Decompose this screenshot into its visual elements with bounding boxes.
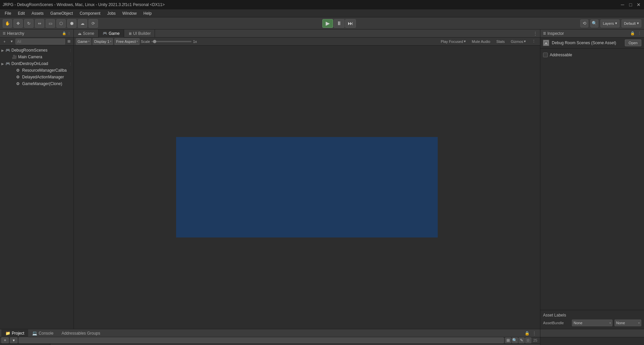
view-btn-2[interactable]: 🔍 bbox=[512, 337, 518, 343]
menu-component[interactable]: Component bbox=[76, 10, 104, 16]
tab-uibuilder[interactable]: 🖥 UI Builder bbox=[124, 29, 155, 38]
toolbar-rect-tool[interactable]: ▭ bbox=[46, 19, 55, 28]
hierarchy-search-btn[interactable]: ⊞ bbox=[66, 39, 72, 45]
asset-icon bbox=[543, 40, 549, 46]
menu-help[interactable]: Help bbox=[140, 10, 155, 16]
open-button[interactable]: Open bbox=[625, 40, 641, 46]
inspector-header: ☰ Inspector 🔒 ⋮ bbox=[540, 29, 644, 38]
close-button[interactable]: ✕ bbox=[636, 2, 641, 7]
project-lock-icon[interactable]: 🔒 bbox=[524, 330, 530, 336]
addressables-tab-label: Addressables Groups bbox=[61, 331, 100, 336]
tab-game-label: Game bbox=[109, 31, 120, 36]
toolbar-move-tool[interactable]: ✥ bbox=[13, 19, 23, 28]
project-panel: 📁 Project 💻 Console Addressables Groups … bbox=[0, 329, 540, 345]
item-label: DebugRoomScenes bbox=[11, 48, 47, 53]
toolbar-scale-tool[interactable]: ⇔ bbox=[35, 19, 44, 28]
tab-console[interactable]: 💻 Console bbox=[28, 329, 57, 337]
item-more-icon[interactable]: ⋮ bbox=[69, 49, 72, 52]
count-badge: 25 bbox=[532, 337, 539, 343]
hierarchy-add-btn[interactable]: + bbox=[1, 39, 8, 45]
toolbar-hand-tool[interactable]: ✋ bbox=[3, 19, 12, 28]
history-button[interactable]: ⟲ bbox=[580, 19, 588, 27]
hierarchy-more-icon[interactable]: ⋮ bbox=[67, 31, 71, 35]
gameobj-icon: 🎮 bbox=[5, 61, 11, 66]
bundle-label: AssetBundle bbox=[543, 321, 570, 325]
game-label: Game bbox=[77, 40, 88, 44]
hierarchy-lock-icon[interactable]: 🔒 bbox=[62, 31, 66, 35]
tab-addressables[interactable]: Addressables Groups bbox=[57, 329, 104, 337]
view-btn-1[interactable]: ⊞ bbox=[505, 337, 511, 343]
toolbar-collab[interactable]: ⟳ bbox=[89, 19, 98, 28]
scale-slider[interactable] bbox=[151, 41, 192, 42]
menu-edit[interactable]: Edit bbox=[14, 10, 28, 16]
menu-window[interactable]: Window bbox=[119, 10, 140, 16]
tabs-bar: ⛰ Scene 🎮 Game 🖥 UI Builder ⋮ bbox=[74, 29, 540, 38]
tab-game[interactable]: 🎮 Game bbox=[99, 29, 124, 38]
step-button[interactable]: ⏭ bbox=[345, 19, 356, 28]
view-btn-4[interactable]: ☆ bbox=[525, 337, 531, 343]
default-layout-dropdown[interactable]: Default ▾ bbox=[622, 19, 641, 27]
asset-labels-title: Asset Labels bbox=[543, 313, 641, 318]
hierarchy-item-debugroomscenes[interactable]: ▶ 🎮 DebugRoomScenes ⋮ bbox=[0, 47, 73, 54]
play-button[interactable]: ▶ bbox=[322, 19, 333, 28]
scale-label: Scale bbox=[141, 40, 150, 44]
dropdown-arrow: ▾ bbox=[524, 39, 526, 44]
aspect-dropdown[interactable]: Free Aspect ▾ bbox=[114, 38, 140, 45]
component-icon: ⚙ bbox=[16, 81, 21, 86]
project-add-btn[interactable]: + bbox=[1, 337, 9, 343]
hierarchy-item-maincamera[interactable]: 🎥 Main Camera bbox=[0, 54, 73, 60]
hierarchy-item-delayedaction[interactable]: ⚙ DelayedActionManager bbox=[0, 74, 73, 80]
toolbar-custom-tool[interactable]: ⬢ bbox=[67, 19, 76, 28]
hierarchy-search[interactable] bbox=[15, 39, 65, 45]
toolbar-rotate-tool[interactable]: ↻ bbox=[24, 19, 34, 28]
play-focused-btn[interactable]: Play Focused ▾ bbox=[438, 38, 468, 45]
item-more-icon[interactable]: ⋮ bbox=[69, 62, 72, 66]
toolbar-cloud[interactable]: ☁ bbox=[78, 19, 87, 28]
inspector-title: Inspector bbox=[547, 31, 629, 36]
gizmos-btn[interactable]: Gizmos ▾ bbox=[508, 38, 528, 45]
pause-button[interactable]: ⏸ bbox=[334, 19, 344, 28]
menu-jobs[interactable]: Jobs bbox=[104, 10, 119, 16]
menu-assets[interactable]: Assets bbox=[28, 10, 47, 16]
project-tab-label: Project bbox=[12, 331, 24, 336]
minimize-button[interactable]: ─ bbox=[620, 2, 625, 7]
tab-project[interactable]: 📁 Project bbox=[1, 329, 28, 337]
scene-tab-icon: ⛰ bbox=[78, 31, 82, 36]
asset-title: Debug Room Scenes (Scene Asset) bbox=[552, 41, 622, 45]
game-display-dropdown[interactable]: Game ▾ bbox=[76, 38, 91, 45]
maximize-button[interactable]: □ bbox=[628, 2, 633, 7]
project-expand-btn[interactable]: ▾ bbox=[10, 337, 17, 343]
menu-gameobject[interactable]: GameObject bbox=[47, 10, 76, 16]
layers-dropdown[interactable]: Layers ▾ bbox=[600, 19, 620, 27]
game-more-btn[interactable]: ⋮ bbox=[530, 38, 538, 45]
inspector-more-icon[interactable]: ⋮ bbox=[638, 31, 641, 36]
dropdown-arrow: ▾ bbox=[110, 40, 111, 43]
hierarchy-dropdown-btn[interactable]: ▾ bbox=[8, 39, 15, 45]
scale-dot bbox=[153, 40, 156, 43]
tab-more-icon[interactable]: ⋮ bbox=[531, 31, 540, 36]
toolbar-transform-tool[interactable]: ⬡ bbox=[56, 19, 66, 28]
project-toolbar: + ▾ ⊞ 🔍 ✎ ☆ 25 bbox=[0, 337, 540, 344]
search-icon[interactable]: 🔍 bbox=[590, 19, 598, 27]
tab-scene[interactable]: ⛰ Scene bbox=[74, 29, 99, 38]
view-btn-3[interactable]: ✎ bbox=[519, 337, 525, 343]
hierarchy-item-dontdestroyonload[interactable]: ▶ 🎮 DontDestroyOnLoad ⋮ bbox=[0, 60, 73, 67]
tab-scene-label: Scene bbox=[83, 31, 94, 36]
display-dropdown[interactable]: Display 1 ▾ bbox=[93, 38, 113, 45]
hierarchy-item-gamemanager[interactable]: ⚙ GameManager(Clone) bbox=[0, 80, 73, 87]
item-label: ResourceManagerCallba bbox=[22, 68, 67, 73]
menu-file[interactable]: File bbox=[1, 10, 14, 16]
breadcrumb-bar: Assets › Scenes bbox=[50, 344, 540, 345]
bundle-select-2[interactable]: None ▾ bbox=[614, 320, 641, 326]
hierarchy-item-resourcemanager[interactable]: ⚙ ResourceManagerCallba bbox=[0, 67, 73, 74]
mute-audio-btn[interactable]: Mute Audio bbox=[470, 38, 493, 45]
title-bar: JRPG - DebugRoomScenes - Windows, Mac, L… bbox=[0, 0, 644, 9]
addressable-checkbox[interactable] bbox=[543, 53, 548, 57]
project-search-input[interactable] bbox=[19, 337, 504, 343]
game-screen bbox=[176, 137, 438, 237]
stats-btn[interactable]: Stats bbox=[494, 38, 507, 45]
item-label: Main Camera bbox=[18, 55, 42, 59]
inspector-lock-icon[interactable]: 🔒 bbox=[630, 31, 635, 36]
bundle-select-1[interactable]: None ▾ bbox=[572, 320, 612, 326]
project-more-icon[interactable]: ⋮ bbox=[531, 330, 537, 336]
